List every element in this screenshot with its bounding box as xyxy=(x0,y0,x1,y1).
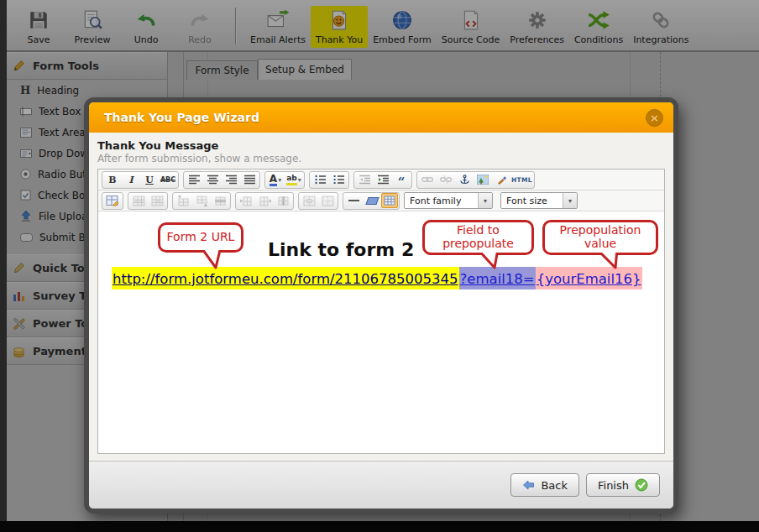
section-subheading: After form submission, show a message. xyxy=(97,153,665,164)
table-cell-properties-icon[interactable] xyxy=(148,193,166,208)
split-cells-icon[interactable] xyxy=(318,193,337,208)
highlight-label: ab xyxy=(286,174,297,185)
group-row-ops xyxy=(172,192,231,210)
insert-col-before-icon[interactable] xyxy=(237,193,255,208)
align-left-icon[interactable] xyxy=(185,172,203,187)
prepopulated-link[interactable]: http://form.jotformeu.com/form/211067850… xyxy=(112,267,642,289)
toggle-guidelines-icon[interactable] xyxy=(381,193,398,208)
back-arrow-icon xyxy=(522,480,535,490)
link-icon[interactable] xyxy=(418,172,437,187)
outdent-icon[interactable] xyxy=(355,172,374,187)
group-indent: “ xyxy=(353,171,412,189)
anchor-icon[interactable] xyxy=(455,172,474,187)
italic-button[interactable]: I xyxy=(122,172,140,187)
chevron-down-icon: ▾ xyxy=(278,176,281,184)
align-justify-icon[interactable] xyxy=(240,172,259,187)
numbered-list-icon[interactable] xyxy=(329,172,348,187)
callout-text: Form 2 URL xyxy=(167,231,235,244)
back-button[interactable]: Back xyxy=(510,473,579,497)
font-size-value: Font size xyxy=(506,196,547,206)
html-source-button[interactable]: HTML xyxy=(510,172,533,187)
callout-prepopulation-value: Prepopulation value xyxy=(542,220,658,255)
hr-line xyxy=(348,200,359,201)
callout-tail xyxy=(196,250,229,270)
table-row-properties-icon[interactable] xyxy=(129,193,148,208)
group-table-props xyxy=(128,192,168,210)
bold-button[interactable]: B xyxy=(103,172,122,187)
close-icon[interactable]: × xyxy=(646,109,663,127)
eraser-shape xyxy=(365,197,379,205)
font-family-select[interactable]: Font family ▾ xyxy=(404,192,493,209)
chevron-down-icon: ▾ xyxy=(298,176,301,184)
link-url-query: ?email18= xyxy=(459,267,536,289)
link-url-base: http://form.jotformeu.com/form/211067850… xyxy=(112,267,459,289)
align-center-icon[interactable] xyxy=(203,172,222,187)
group-misc xyxy=(343,192,400,210)
chevron-down-icon: ▾ xyxy=(478,193,492,208)
group-color: A▾ ab▾ xyxy=(264,171,305,189)
group-merge-split xyxy=(298,192,338,210)
insert-image-icon[interactable] xyxy=(474,172,492,187)
underline-button[interactable]: U xyxy=(140,172,159,187)
jotform-builder-screen: Save Preview Undo Redo Email Alerts xyxy=(0,0,759,532)
callout-tail xyxy=(592,253,626,270)
group-insert: HTML xyxy=(416,171,535,189)
delete-col-icon[interactable] xyxy=(274,193,292,208)
clean-formatting-icon[interactable] xyxy=(492,172,510,187)
group-align xyxy=(183,171,260,189)
callout-text: Field to prepopulate xyxy=(428,224,528,250)
modal-header: Thank You Page Wizard × xyxy=(89,102,673,133)
font-size-select[interactable]: Font size ▾ xyxy=(500,192,578,209)
callout-field-to-prepopulate: Field to prepopulate xyxy=(422,220,534,255)
callout-tail xyxy=(473,253,506,270)
group-table-insert xyxy=(102,192,123,210)
callout-text: Prepopulation value xyxy=(548,224,652,250)
align-right-icon[interactable] xyxy=(222,172,240,187)
blockquote-icon[interactable]: “ xyxy=(392,170,411,190)
highlight-color-button[interactable]: ab▾ xyxy=(285,172,303,187)
finish-button-label: Finish xyxy=(598,479,629,492)
font-color-button[interactable]: A▾ xyxy=(266,172,285,187)
editor-toolbar-row1: B I U ABC A▾ ab▾ xyxy=(98,170,664,190)
editor-content-area[interactable]: Link to form 2 http://form.jotformeu.com… xyxy=(98,211,664,453)
group-col-ops xyxy=(235,192,294,210)
modal-body: Thank You Message After form submission,… xyxy=(89,133,673,454)
merge-cells-icon[interactable] xyxy=(300,193,318,208)
delete-row-icon[interactable] xyxy=(211,193,229,208)
insert-row-after-icon[interactable] xyxy=(192,193,211,208)
insert-col-after-icon[interactable] xyxy=(255,193,274,208)
link-url-value: {yourEmail16} xyxy=(536,267,642,289)
font-family-value: Font family xyxy=(410,196,461,206)
group-lists xyxy=(309,171,349,189)
horizontal-rule-icon[interactable] xyxy=(344,193,363,208)
modal-title: Thank You Page Wizard xyxy=(104,111,259,124)
message-heading: Link to form 2 xyxy=(268,239,414,260)
section-heading: Thank You Message xyxy=(97,139,665,152)
chevron-down-icon: ▾ xyxy=(563,193,577,208)
rich-text-editor: B I U ABC A▾ ab▾ xyxy=(97,169,665,454)
callout-form2-url: Form 2 URL xyxy=(158,222,243,253)
editor-toolbar-row2: Font family ▾ Font size ▾ xyxy=(98,190,664,211)
indent-icon[interactable] xyxy=(374,172,392,187)
back-button-label: Back xyxy=(541,479,568,492)
unlink-icon[interactable] xyxy=(437,172,455,187)
modal-footer: Back Finish xyxy=(89,461,673,509)
font-color-label: A xyxy=(270,174,277,186)
group-text-style: B I U ABC xyxy=(102,171,179,189)
finish-button[interactable]: Finish xyxy=(586,473,660,497)
remove-format-icon[interactable] xyxy=(363,193,381,208)
strikethrough-button[interactable]: ABC xyxy=(159,172,177,187)
thank-you-page-wizard-modal: Thank You Page Wizard × Thank You Messag… xyxy=(84,97,678,514)
insert-row-before-icon[interactable] xyxy=(174,193,192,208)
bullet-list-icon[interactable] xyxy=(311,172,329,187)
insert-table-icon[interactable] xyxy=(103,193,122,208)
finish-check-icon xyxy=(635,478,648,492)
